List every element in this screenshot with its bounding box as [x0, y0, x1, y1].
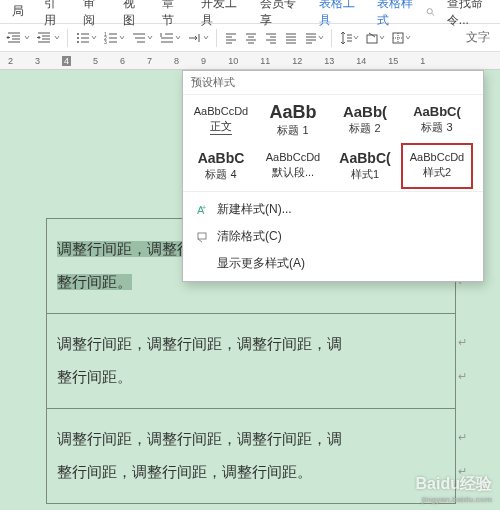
- panel-menu: A+新建样式(N)... 清除格式(C) 显示更多样式(A): [183, 191, 483, 281]
- align-justify-button[interactable]: [282, 28, 300, 48]
- watermark: Baidu经验jingyan.baidu.com: [416, 474, 492, 504]
- separator: [331, 29, 332, 47]
- svg-point-3: [77, 37, 79, 39]
- menu-table-tools[interactable]: 表格工具: [309, 0, 368, 29]
- indent-button[interactable]: [34, 28, 62, 48]
- text-label: 文字: [466, 29, 496, 46]
- menubar: 局 引用 审阅 视图 章节 开发工具 会员专享 表格工具 表格样式 查找命令..…: [0, 0, 500, 24]
- selected-text: 整行间距。: [57, 274, 132, 290]
- svg-line-1: [432, 13, 434, 15]
- svg-point-4: [77, 41, 79, 43]
- svg-rect-8: [367, 35, 377, 43]
- table-cell[interactable]: 调整行间距，调整行间距，调整行间距，调↵整行间距。↵: [47, 314, 456, 409]
- menu-view[interactable]: 视图: [113, 0, 152, 29]
- bullets-button[interactable]: [73, 28, 99, 48]
- search-placeholder: 查找命令...: [437, 0, 500, 29]
- menu-dev[interactable]: 开发工具: [191, 0, 250, 29]
- menu-review[interactable]: 审阅: [73, 0, 112, 29]
- document-area: 预设样式 AaBbCcDd正文 AaBb标题 1 AaBb(标题 2 AaBbC…: [0, 70, 500, 510]
- style-1[interactable]: AaBbC(样式1: [329, 143, 401, 189]
- style-2[interactable]: AaBbCcDd样式2: [401, 143, 473, 189]
- panel-title: 预设样式: [183, 71, 483, 95]
- hanging-indent-button[interactable]: [157, 28, 183, 48]
- align-right-button[interactable]: [262, 28, 280, 48]
- menu-chapter[interactable]: 章节: [152, 0, 191, 29]
- menu-vip[interactable]: 会员专享: [250, 0, 309, 29]
- separator: [67, 29, 68, 47]
- more-styles-item[interactable]: 显示更多样式(A): [183, 250, 483, 277]
- clear-format-item[interactable]: 清除格式(C): [183, 223, 483, 250]
- separator: [216, 29, 217, 47]
- style-default-para[interactable]: AaBbCcDd默认段...: [257, 143, 329, 189]
- outdent-button[interactable]: [4, 28, 32, 48]
- svg-point-2: [77, 33, 79, 35]
- style-body[interactable]: AaBbCcDd正文: [185, 97, 257, 143]
- style-h2[interactable]: AaBb(标题 2: [329, 97, 401, 143]
- svg-rect-12: [198, 233, 206, 239]
- align-center-button[interactable]: [242, 28, 260, 48]
- style-h4[interactable]: AaBbC标题 4: [185, 143, 257, 189]
- new-style-item[interactable]: A+新建样式(N)...: [183, 196, 483, 223]
- style-h1[interactable]: AaBb标题 1: [257, 97, 329, 143]
- tab-button[interactable]: [185, 28, 211, 48]
- align-left-button[interactable]: [222, 28, 240, 48]
- menu-table-style[interactable]: 表格样式: [367, 0, 426, 29]
- svg-text:3: 3: [104, 39, 107, 45]
- svg-point-0: [427, 8, 432, 13]
- style-h3[interactable]: AaBbC(标题 3: [401, 97, 473, 143]
- ruler[interactable]: 234567891011121314151: [0, 52, 500, 70]
- shading-button[interactable]: [363, 28, 387, 48]
- line-spacing-button[interactable]: [337, 28, 361, 48]
- numbering-button[interactable]: 123: [101, 28, 127, 48]
- align-distribute-button[interactable]: [302, 28, 326, 48]
- command-search[interactable]: 查找命令...: [426, 0, 500, 29]
- style-grid: AaBbCcDd正文 AaBb标题 1 AaBb(标题 2 AaBbC(标题 3…: [183, 95, 483, 191]
- multilevel-button[interactable]: [129, 28, 155, 48]
- menu-ref[interactable]: 引用: [34, 0, 73, 29]
- menu-layout[interactable]: 局: [2, 3, 34, 20]
- svg-text:+: +: [202, 204, 206, 211]
- borders-button[interactable]: [389, 28, 413, 48]
- styles-panel: 预设样式 AaBbCcDd正文 AaBb标题 1 AaBb(标题 2 AaBbC…: [182, 70, 484, 282]
- table-cell[interactable]: 调整行间距，调整行间距，调整行间距，调↵整行间距，调整行间距，调整行间距。↵: [47, 409, 456, 504]
